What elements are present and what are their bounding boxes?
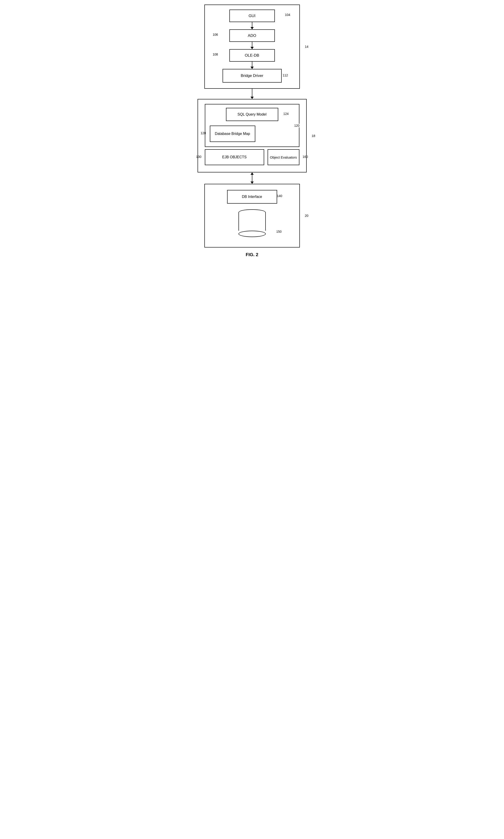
ref-130-label: 130 [196,155,201,159]
object-evaluators-box: Object Evaluators [268,149,300,165]
gui-box: GUI [229,10,275,22]
ref-128-label: 128 [201,131,206,135]
oledb-box: OLE-DB [229,49,275,62]
section-14-box: 14 GUI 104 ADO 106 OLE-DB [204,4,300,89]
ref-112-label: 112 [283,73,288,77]
section-20-box: 20 DB Interface 140 150 [204,184,300,247]
ado-box: ADO [229,29,275,42]
page-container: 14 GUI 104 ADO 106 OLE-DB [184,4,320,257]
section-18-inner-box: 120 SQL Query Model 124 Database Bridge … [205,104,300,147]
fig-caption: FIG. 2 [246,252,258,257]
ref-150-label: 150 [276,230,282,233]
ref-20-label: 20 [305,214,308,217]
section-18-box: 18 120 SQL Query Model 124 Database Brid… [198,99,307,172]
ref-106-label: 106 [213,33,218,36]
cylinder-body [238,212,266,231]
arrow-gui-ado [251,22,254,29]
ref-18-label: 18 [312,134,315,138]
ref-140-label: 140 [277,194,282,198]
ref-160-label: 160 [303,155,308,159]
bridge-driver-box: Bridge Driver [222,69,282,83]
db-bridge-map-box: Database Bridge Map [210,126,255,142]
ref-14-label: 14 [305,45,308,49]
db-interface-box: DB Interface [227,190,277,204]
ref-104-label: 104 [285,13,290,17]
arrow-ado-oledb [251,42,254,49]
ref-124-label: 124 [283,112,288,116]
sql-query-model-box: SQL Query Model [226,108,278,121]
cylinder-bottom [238,231,266,237]
ref-120-label: 120 [294,124,300,127]
section-18-bottom-row: EJB OBJECTS 130 Object Evaluators 160 [205,149,300,165]
database-cylinder: 150 [238,209,266,240]
arrow-bridge-section18 [251,89,254,99]
ref-108-label: 108 [213,53,218,56]
arrow-section18-section20 [251,172,254,184]
arrow-oledb-bridge [251,62,254,69]
ejb-objects-box: EJB OBJECTS [205,149,264,165]
